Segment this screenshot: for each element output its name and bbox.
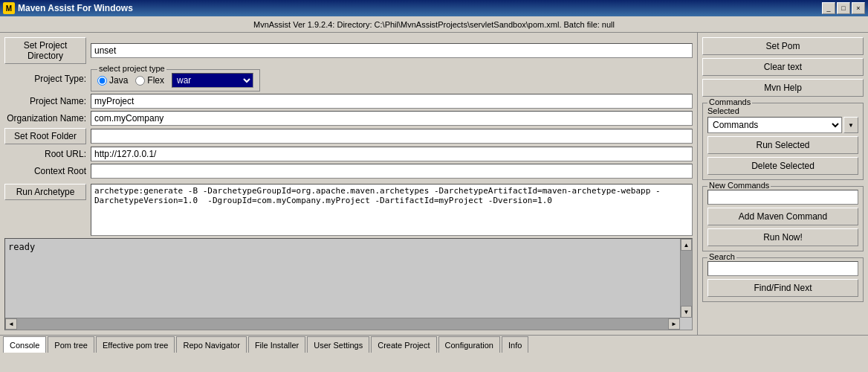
commands-group: Commands Selected Commands ▼ Run Selecte…: [702, 103, 864, 180]
project-directory-row: Set Project Directory: [4, 37, 693, 64]
add-maven-command-button[interactable]: Add Maven Command: [707, 208, 858, 225]
tab-info[interactable]: Info: [502, 336, 528, 353]
commands-select[interactable]: Commands: [707, 117, 842, 133]
organization-name-label: Organization Name:: [4, 113, 86, 124]
radio-flex[interactable]: [135, 76, 145, 86]
tab-effective-pom-tree[interactable]: Effective pom tree: [96, 336, 175, 353]
context-root-input[interactable]: [91, 164, 693, 179]
archetype-textarea[interactable]: archetype:generate -B -DarchetypeGroupId…: [91, 184, 693, 236]
project-name-label: Project Name:: [4, 96, 86, 106]
new-commands-group-label: New Commands: [707, 181, 771, 190]
right-panel: Set Pom Clear text Mvn Help Commands Sel…: [697, 33, 868, 335]
root-url-row: Root URL:: [4, 147, 693, 161]
project-name-row: Project Name:: [4, 94, 693, 109]
commands-dropdown-button[interactable]: ▼: [843, 117, 858, 133]
tab-pom-tree[interactable]: Pom tree: [48, 336, 94, 353]
project-type-group: select project type Java Flex war jar ea…: [91, 69, 260, 92]
radio-java-text: Java: [109, 75, 128, 86]
radio-java[interactable]: [97, 76, 107, 86]
radio-flex-text: Flex: [147, 75, 164, 86]
radio-java-label[interactable]: Java: [97, 75, 128, 86]
find-find-next-button[interactable]: Find/Find Next: [707, 279, 858, 297]
root-folder-input[interactable]: [91, 129, 693, 144]
tab-console[interactable]: Console: [3, 336, 46, 353]
organization-name-row: Organization Name:: [4, 111, 693, 126]
root-folder-row: Set Root Folder: [4, 128, 693, 144]
app-title: Maven Assist For Windows: [18, 3, 133, 13]
status-text: MvnAssist Ver 1.9.2.4: Directory: C:\Phi…: [253, 20, 615, 29]
tab-create-project[interactable]: Create Project: [371, 336, 436, 353]
scroll-track-v: [681, 251, 692, 306]
tab-bar: Console Pom tree Effective pom tree Repo…: [0, 335, 868, 353]
scroll-right-button[interactable]: ►: [668, 318, 680, 330]
radio-flex-label[interactable]: Flex: [135, 75, 164, 86]
context-root-row: Context Root: [4, 164, 693, 179]
console-scrollbar-vertical[interactable]: ▲ ▼: [680, 239, 692, 318]
tab-user-settings[interactable]: User Settings: [307, 336, 369, 353]
scroll-left-button[interactable]: ◄: [5, 318, 17, 330]
app-icon: M: [3, 2, 15, 14]
clear-text-button[interactable]: Clear text: [702, 58, 864, 76]
search-group-label: Search: [707, 252, 736, 261]
scroll-up-button[interactable]: ▲: [681, 239, 692, 251]
commands-selected-label: Selected: [707, 106, 858, 115]
project-type-row: Project Type: select project type Java F…: [4, 66, 693, 92]
project-type-label: Project Type:: [4, 74, 86, 84]
close-button[interactable]: ×: [852, 2, 865, 14]
new-commands-input[interactable]: [707, 190, 858, 205]
set-root-folder-button[interactable]: Set Root Folder: [4, 128, 86, 144]
set-pom-button[interactable]: Set Pom: [702, 37, 864, 55]
organization-name-input[interactable]: [91, 111, 693, 126]
run-now-button[interactable]: Run Now!: [707, 228, 858, 246]
search-group: Search Find/Find Next: [702, 257, 864, 302]
archetype-row: Run Archetype archetype:generate -B -Dar…: [4, 184, 693, 236]
root-url-label: Root URL:: [4, 149, 86, 159]
tab-file-installer[interactable]: File Installer: [248, 336, 305, 353]
run-selected-button[interactable]: Run Selected: [707, 136, 858, 154]
directory-input[interactable]: [91, 43, 693, 58]
search-input[interactable]: [707, 261, 858, 276]
mvn-help-button[interactable]: Mvn Help: [702, 79, 864, 97]
console-area: ready ▲ ▼ ◄ ►: [4, 238, 693, 330]
commands-group-label: Commands: [707, 97, 752, 106]
scroll-track-h: [17, 318, 668, 330]
set-project-directory-button[interactable]: Set Project Directory: [4, 37, 86, 64]
console-scrollbar-horizontal[interactable]: ◄ ►: [5, 318, 680, 330]
root-url-input[interactable]: [91, 147, 693, 161]
context-root-label: Context Root: [4, 166, 86, 176]
tab-configuration[interactable]: Configuration: [438, 336, 500, 353]
delete-selected-button[interactable]: Delete Selected: [707, 157, 858, 175]
project-name-input[interactable]: [91, 94, 693, 109]
status-bar: MvnAssist Ver 1.9.2.4: Directory: C:\Phi…: [0, 16, 868, 33]
run-archetype-button[interactable]: Run Archetype: [4, 184, 86, 200]
scroll-down-button[interactable]: ▼: [681, 306, 692, 318]
packaging-select[interactable]: war jar ear: [172, 73, 253, 88]
title-bar: M Maven Assist For Windows _ □ ×: [0, 0, 868, 16]
select-project-type-label: select project type: [97, 64, 166, 73]
tab-repo-navigator[interactable]: Repo Navigator: [176, 336, 246, 353]
minimize-button[interactable]: _: [822, 2, 835, 14]
new-commands-group: New Commands Add Maven Command Run Now!: [702, 186, 864, 251]
left-panel: Set Project Directory Project Type: sele…: [0, 33, 697, 335]
maximize-button[interactable]: □: [837, 2, 850, 14]
console-text: ready: [5, 239, 692, 255]
